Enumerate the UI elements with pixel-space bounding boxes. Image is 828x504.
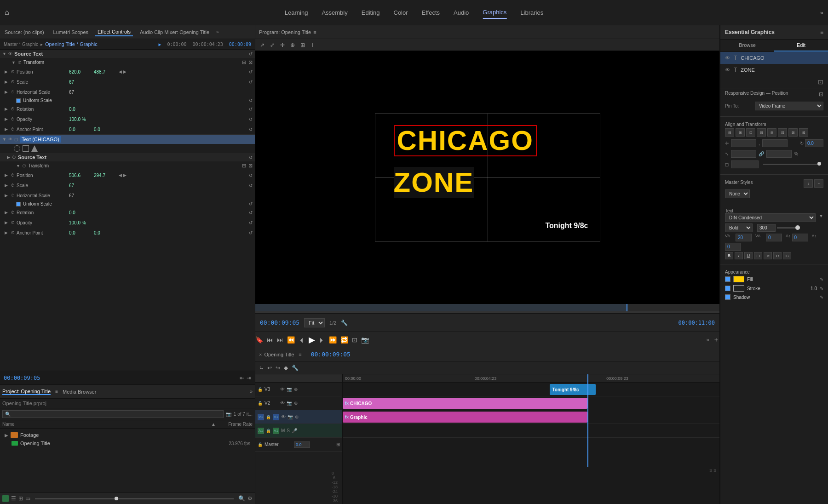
- tracking-input[interactable]: [766, 234, 782, 241]
- track-v1-camera-icon[interactable]: 📷: [288, 414, 293, 419]
- rotation2-reset[interactable]: ↺: [249, 210, 253, 215]
- align-left-btn[interactable]: ⊟: [725, 128, 734, 137]
- ec-opacity2-val[interactable]: 100.0 %: [69, 220, 90, 225]
- ec-position1-y[interactable]: 488.7: [94, 69, 115, 74]
- position1-reset[interactable]: ↺: [249, 69, 253, 74]
- distribute1-btn[interactable]: ⊠: [788, 128, 798, 137]
- step-back-btn[interactable]: ⏴: [299, 336, 305, 344]
- fill-checkbox[interactable]: [725, 276, 730, 282]
- track-v3-sync-icon[interactable]: ⊕: [294, 387, 298, 392]
- tc-v3-track[interactable]: Tonight 9/8c: [343, 383, 719, 396]
- ec-source-text2-header[interactable]: ▶ ⏱ Source Text ↺: [0, 153, 255, 161]
- position2-arrows[interactable]: ◀ ▶: [119, 173, 126, 178]
- font-dropdown-icon[interactable]: ▼: [819, 213, 823, 222]
- ec-anchor2-y[interactable]: 0.0: [94, 230, 115, 235]
- step-fwd-btn[interactable]: ⏵: [319, 336, 325, 344]
- ec-transform1-header[interactable]: ▼ ⏱ Transform ⊞ ⊠: [0, 58, 255, 67]
- eg-scale-val[interactable]: 67: [731, 150, 756, 158]
- align-to-frame-icon[interactable]: ⊡: [818, 78, 823, 86]
- align-right-btn[interactable]: ⊡: [746, 128, 755, 137]
- resize-tool-icon[interactable]: ⤢: [268, 41, 277, 49]
- tl-wrench-icon[interactable]: 🔧: [292, 365, 299, 371]
- tc-tonight-clip[interactable]: Tonight 9/8c: [550, 384, 596, 395]
- fit-select[interactable]: Fit: [304, 318, 325, 327]
- tab-effect-controls[interactable]: Effect Controls: [95, 28, 133, 36]
- uniform-scale2-reset[interactable]: ↺: [249, 201, 253, 206]
- uniform-scale1-reset[interactable]: ↺: [249, 98, 253, 103]
- align-center-h-btn[interactable]: ⊞: [736, 128, 745, 137]
- ec-rotation1-val[interactable]: 0.0: [69, 107, 90, 112]
- tl-forward-icon[interactable]: ↪: [276, 365, 280, 371]
- tc-v1-track[interactable]: fx Graphic: [343, 410, 719, 424]
- master-push-btn[interactable]: ↓: [804, 179, 813, 188]
- monitor-timecode[interactable]: 00:00:09:05: [260, 319, 299, 326]
- track-v3-lock-icon[interactable]: 🔒: [258, 387, 263, 392]
- tab-audio-mixer[interactable]: Audio Clip Mixer: Opening Title: [138, 29, 212, 36]
- nav-learning[interactable]: Learning: [285, 7, 308, 18]
- ec-position2-y[interactable]: 294.7: [94, 173, 115, 178]
- search-icon[interactable]: 🔍: [238, 495, 245, 502]
- tl-ripple-icon[interactable]: ⤿: [259, 365, 264, 371]
- ec-anchor1-y[interactable]: 0.0: [94, 127, 115, 132]
- subscript-btn[interactable]: T↓: [783, 252, 791, 259]
- track-v3-camera-icon[interactable]: 📷: [287, 387, 292, 392]
- track-v2-lock-icon[interactable]: 🔒: [258, 401, 263, 406]
- clip-name[interactable]: Opening Title: [20, 441, 50, 446]
- project-clip-opening[interactable]: Opening Title 23.976 fps: [2, 439, 253, 447]
- nav-editing[interactable]: Editing: [362, 7, 380, 18]
- track-v2-eye-icon[interactable]: 👁: [280, 401, 285, 406]
- align-bottom-btn[interactable]: ⊡: [778, 128, 787, 137]
- mark-out-btn[interactable]: ⏭: [277, 336, 283, 344]
- monitor-more-btn[interactable]: »: [706, 337, 709, 343]
- eg-font-size-input[interactable]: [757, 224, 776, 232]
- nav-effects[interactable]: Effects: [422, 7, 440, 18]
- underline-btn[interactable]: U: [744, 252, 753, 259]
- eg-master-select[interactable]: None: [725, 189, 750, 198]
- opacity1-reset[interactable]: ↺: [249, 117, 253, 122]
- uniform-scale1-checkbox[interactable]: [16, 98, 21, 103]
- track-a1-indicator[interactable]: A1: [258, 428, 264, 434]
- freeform-icon[interactable]: ▭: [25, 495, 30, 502]
- move-tool-icon[interactable]: ✛: [278, 41, 287, 49]
- nav-graphics[interactable]: Graphics: [483, 6, 506, 19]
- track-v3-eye-icon[interactable]: 👁: [280, 387, 285, 392]
- zoom-slider[interactable]: [35, 498, 234, 499]
- zone-layer-name[interactable]: ZONE: [741, 67, 823, 73]
- timeline-playhead[interactable]: [587, 374, 588, 467]
- small-caps-btn[interactable]: Tt: [764, 252, 772, 259]
- timeline-timecode[interactable]: 00:00:09:05: [311, 351, 351, 358]
- play-btn[interactable]: ▶: [309, 335, 315, 345]
- ec-current-time[interactable]: 00:00:09:05: [4, 375, 40, 381]
- eye-icon[interactable]: 👁: [8, 52, 12, 56]
- footage-folder-name[interactable]: Footage: [20, 432, 39, 438]
- tc-a1-track[interactable]: [343, 424, 719, 438]
- track-v1-eye-icon[interactable]: 👁: [281, 414, 286, 419]
- track-a1-label-btn[interactable]: A1: [273, 428, 279, 434]
- list-view-icon[interactable]: ☰: [11, 495, 16, 502]
- nav-audio[interactable]: Audio: [454, 7, 469, 18]
- tab-lumetri[interactable]: Lumetri Scopes: [51, 29, 91, 36]
- ec-rotation2-val[interactable]: 0.0: [69, 210, 90, 215]
- source-text2-reset[interactable]: ↺: [249, 155, 253, 160]
- ec-to-out-btn[interactable]: ⇥: [247, 375, 251, 381]
- panel-expand-icon[interactable]: »: [216, 29, 219, 34]
- fill-edit-icon[interactable]: ✎: [820, 277, 823, 282]
- chicago-circle-btn[interactable]: [14, 145, 20, 152]
- ec-hscale2-val[interactable]: 67: [69, 193, 90, 198]
- caps-btn[interactable]: TT: [754, 252, 762, 259]
- eg-layer-zone[interactable]: 👁 T ZONE: [720, 64, 828, 76]
- nav-color[interactable]: Color: [393, 7, 408, 18]
- zone-visibility-icon[interactable]: 👁: [725, 67, 730, 73]
- opacity-slider[interactable]: [763, 164, 821, 165]
- tl-marker-icon[interactable]: ◆: [284, 365, 288, 371]
- chicago-rect-btn[interactable]: [23, 145, 29, 152]
- track-v1-sync-icon[interactable]: ⊕: [295, 414, 299, 419]
- scale2-reset[interactable]: ↺: [249, 183, 253, 188]
- chicago-pen-btn[interactable]: [31, 145, 38, 152]
- eg-scale2-val[interactable]: 67: [766, 150, 792, 158]
- ec-anchor1-x[interactable]: 0.0: [69, 127, 90, 132]
- to-in-btn[interactable]: ⏪: [287, 336, 295, 344]
- stroke-color-swatch[interactable]: [733, 285, 744, 292]
- uniform-scale2-checkbox[interactable]: [16, 202, 21, 206]
- add-marker-btn[interactable]: 🔖: [255, 336, 263, 344]
